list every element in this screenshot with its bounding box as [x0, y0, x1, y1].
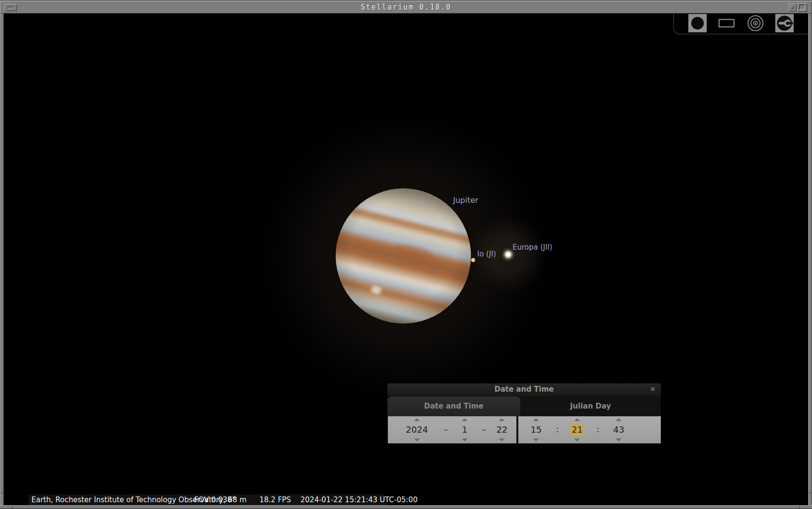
spin-down-arrow[interactable] — [462, 438, 468, 441]
io-dot[interactable] — [471, 258, 475, 262]
spin-down-arrow[interactable] — [616, 438, 622, 441]
day-value[interactable]: 22 — [497, 424, 508, 436]
frame-corner-seam — [809, 493, 812, 493]
year-spinner: 2024 — [406, 416, 428, 443]
oculars-settings-icon — [776, 14, 793, 32]
telrad-icon — [746, 14, 765, 32]
month-spinner: 1 — [462, 416, 468, 443]
time-spin-panel: 15 : 21 : 43 — [518, 416, 661, 443]
year-value[interactable]: 2024 — [406, 424, 428, 436]
spin-down-arrow[interactable] — [414, 438, 420, 441]
fps-text: 18.2 FPS — [259, 495, 291, 505]
date-spin-panel: 2024 – 1 – 22 — [388, 416, 516, 443]
frame-corner-seam — [0, 493, 3, 493]
maximize-square-icon — [799, 4, 805, 10]
spin-up-arrow[interactable] — [533, 418, 539, 421]
ocular-view-icon — [689, 15, 706, 31]
month-value[interactable]: 1 — [462, 424, 467, 436]
iconify-dot-icon — [791, 6, 794, 9]
window-titlebar: Stellarium 0.18.0 — [0, 0, 812, 14]
spin-down-arrow[interactable] — [533, 438, 539, 441]
frame-corner-seam — [12, 506, 13, 509]
hour-value[interactable]: 15 — [531, 424, 542, 436]
spin-down-arrow[interactable] — [499, 438, 505, 441]
frame-corner-seam — [799, 506, 800, 509]
window-frame-left — [0, 14, 4, 505]
fov-text: FOV 0.038° — [194, 495, 236, 505]
oculars-toolbar — [673, 14, 808, 34]
datetime-text: 2024-01-22 15:21:43 UTC-05:00 — [300, 495, 417, 505]
tab-date-and-time[interactable]: Date and Time — [387, 396, 520, 416]
tab-julian-day[interactable]: Julian Day — [520, 396, 661, 416]
status-bar: Earth, Rochester Institute of Technology… — [28, 495, 387, 505]
io-label: Io (JI) — [477, 250, 496, 258]
spin-up-arrow[interactable] — [616, 418, 622, 421]
second-value[interactable]: 43 — [613, 424, 625, 436]
time-separator: : — [597, 423, 599, 436]
europa-label: Europa (JII) — [513, 243, 552, 252]
jupiter-label: Jupiter — [453, 196, 478, 205]
minute-value-selected[interactable]: 21 — [570, 424, 584, 436]
datetime-dialog: Date and Time ✕ Date and Time Julian Day… — [387, 383, 661, 444]
window-frame-bottom — [0, 505, 812, 509]
close-icon[interactable]: ✕ — [648, 385, 657, 394]
window-title: Stellarium 0.18.0 — [0, 3, 812, 12]
second-spinner: 43 — [613, 416, 625, 443]
ocular-view-button[interactable] — [688, 14, 707, 32]
window-maximize-button[interactable] — [798, 3, 807, 12]
datetime-dialog-titlebar[interactable]: Date and Time ✕ — [387, 383, 661, 396]
minute-spinner: 21 — [570, 416, 584, 443]
jupiter-limb-darkening — [336, 188, 471, 324]
time-separator: : — [556, 423, 559, 436]
ccd-sensor-icon — [717, 17, 736, 29]
oculars-settings-button[interactable] — [775, 14, 794, 32]
window-frame-right — [808, 14, 812, 505]
datetime-dialog-tabs: Date and Time Julian Day — [387, 396, 661, 416]
spin-down-arrow[interactable] — [574, 438, 580, 441]
spin-up-arrow[interactable] — [462, 418, 468, 421]
date-separator: – — [444, 423, 448, 436]
telrad-button[interactable] — [746, 14, 765, 32]
sky-view[interactable]: Jupiter Io (JI) Europa (JII) — [4, 14, 808, 505]
jupiter-disc[interactable] — [336, 188, 471, 324]
window-iconify-button[interactable] — [788, 3, 797, 12]
window-menu-button[interactable] — [4, 4, 17, 11]
menu-dash-icon — [7, 6, 14, 9]
datetime-dialog-title: Date and Time — [387, 385, 661, 394]
hour-spinner: 15 — [531, 416, 542, 443]
day-spinner: 22 — [497, 416, 508, 443]
spin-up-arrow[interactable] — [414, 418, 420, 421]
spin-up-arrow[interactable] — [499, 418, 505, 421]
spin-up-arrow[interactable] — [574, 418, 580, 421]
date-separator: – — [482, 423, 486, 436]
ccd-sensor-button[interactable] — [717, 14, 736, 32]
